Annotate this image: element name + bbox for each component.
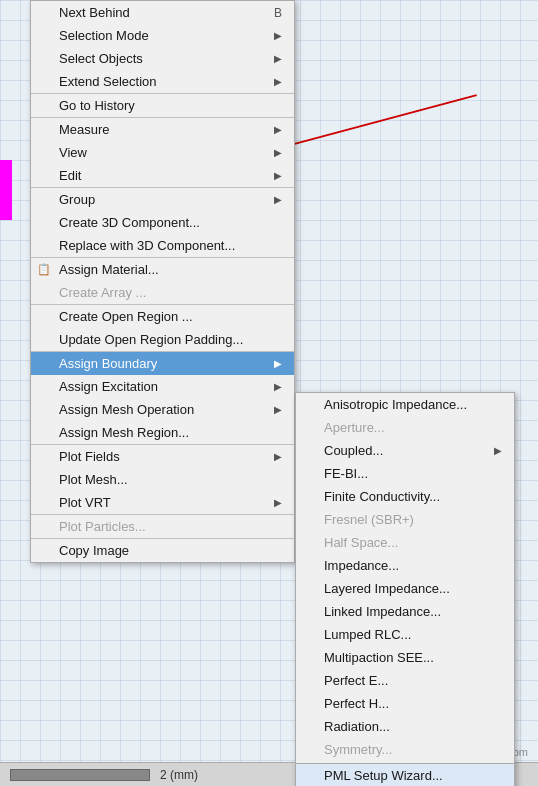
- submenu-item-perfect-e[interactable]: Perfect E...: [296, 669, 514, 692]
- submenu-label-fresnel: Fresnel (SBR+): [324, 512, 414, 527]
- menu-item-assign-excitation[interactable]: Assign Excitation▶: [31, 375, 294, 398]
- menu-item-select-objects[interactable]: Select Objects▶: [31, 47, 294, 70]
- submenu-item-layered-impedance[interactable]: Layered Impedance...: [296, 577, 514, 600]
- arrow-edit: ▶: [274, 170, 282, 181]
- menu-item-plot-particles[interactable]: Plot Particles...: [31, 515, 294, 539]
- submenu-item-finite-conductivity[interactable]: Finite Conductivity...: [296, 485, 514, 508]
- menu-item-plot-mesh[interactable]: Plot Mesh...: [31, 468, 294, 491]
- menu-item-plot-vrt[interactable]: Plot VRT▶: [31, 491, 294, 515]
- menu-label-measure: Measure: [59, 122, 110, 137]
- menu-label-next-behind: Next Behind: [59, 5, 130, 20]
- menu-label-replace-3d: Replace with 3D Component...: [59, 238, 235, 253]
- menu-item-selection-mode[interactable]: Selection Mode▶: [31, 24, 294, 47]
- menu-label-assign-boundary: Assign Boundary: [59, 356, 157, 371]
- menu-label-plot-mesh: Plot Mesh...: [59, 472, 128, 487]
- menu-label-group: Group: [59, 192, 95, 207]
- menu-item-assign-mesh-operation[interactable]: Assign Mesh Operation▶: [31, 398, 294, 421]
- menu-item-create-3d[interactable]: Create 3D Component...: [31, 211, 294, 234]
- submenu-label-symmetry: Symmetry...: [324, 742, 392, 757]
- menu-label-view: View: [59, 145, 87, 160]
- menu-item-group[interactable]: Group▶: [31, 188, 294, 211]
- arrow-assign-excitation: ▶: [274, 381, 282, 392]
- menu-label-assign-mesh-region: Assign Mesh Region...: [59, 425, 189, 440]
- status-bar-text: 2 (mm): [160, 768, 198, 782]
- menu-item-go-to-history[interactable]: Go to History: [31, 94, 294, 118]
- menu-item-assign-boundary[interactable]: Assign Boundary▶: [31, 352, 294, 375]
- magenta-block-decoration: [0, 160, 12, 220]
- menu-label-plot-fields: Plot Fields: [59, 449, 120, 464]
- submenu-item-perfect-h[interactable]: Perfect H...: [296, 692, 514, 715]
- submenu-label-linked-impedance: Linked Impedance...: [324, 604, 441, 619]
- submenu-arrow-coupled: ▶: [494, 445, 502, 456]
- menu-label-assign-excitation: Assign Excitation: [59, 379, 158, 394]
- icon-assign-material: 📋: [37, 263, 51, 276]
- menu-item-copy-image[interactable]: Copy Image: [31, 539, 294, 562]
- secondary-context-menu: Anisotropic Impedance...Aperture...Coupl…: [295, 392, 515, 786]
- menu-item-view[interactable]: View▶: [31, 141, 294, 164]
- arrow-plot-vrt: ▶: [274, 497, 282, 508]
- arrow-select-objects: ▶: [274, 53, 282, 64]
- submenu-label-coupled: Coupled...: [324, 443, 383, 458]
- menu-label-go-to-history: Go to History: [59, 98, 135, 113]
- menu-item-assign-material[interactable]: 📋Assign Material...: [31, 258, 294, 281]
- arrow-group: ▶: [274, 194, 282, 205]
- shortcut-next-behind: B: [274, 6, 282, 20]
- submenu-label-multipaction-see: Multipaction SEE...: [324, 650, 434, 665]
- submenu-item-fresnel[interactable]: Fresnel (SBR+): [296, 508, 514, 531]
- submenu-label-fe-bi: FE-BI...: [324, 466, 368, 481]
- menu-label-assign-mesh-operation: Assign Mesh Operation: [59, 402, 194, 417]
- menu-label-select-objects: Select Objects: [59, 51, 143, 66]
- submenu-label-perfect-h: Perfect H...: [324, 696, 389, 711]
- submenu-label-layered-impedance: Layered Impedance...: [324, 581, 450, 596]
- arrow-selection-mode: ▶: [274, 30, 282, 41]
- submenu-label-radiation: Radiation...: [324, 719, 390, 734]
- menu-label-extend-selection: Extend Selection: [59, 74, 157, 89]
- submenu-label-pml-setup-wizard: PML Setup Wizard...: [324, 768, 443, 783]
- menu-item-plot-fields[interactable]: Plot Fields▶: [31, 445, 294, 468]
- arrow-measure: ▶: [274, 124, 282, 135]
- menu-item-create-open-region[interactable]: Create Open Region ...: [31, 305, 294, 328]
- submenu-item-symmetry[interactable]: Symmetry...: [296, 738, 514, 761]
- menu-item-extend-selection[interactable]: Extend Selection▶: [31, 70, 294, 94]
- arrow-plot-fields: ▶: [274, 451, 282, 462]
- progress-bar: [10, 769, 150, 781]
- menu-label-copy-image: Copy Image: [59, 543, 129, 558]
- menu-item-update-open-region[interactable]: Update Open Region Padding...: [31, 328, 294, 352]
- menu-item-edit[interactable]: Edit▶: [31, 164, 294, 188]
- submenu-item-half-space[interactable]: Half Space...: [296, 531, 514, 554]
- menu-item-assign-mesh-region[interactable]: Assign Mesh Region...: [31, 421, 294, 445]
- menu-label-create-3d: Create 3D Component...: [59, 215, 200, 230]
- submenu-item-linked-impedance[interactable]: Linked Impedance...: [296, 600, 514, 623]
- submenu-item-aperture[interactable]: Aperture...: [296, 416, 514, 439]
- menu-label-create-array: Create Array ...: [59, 285, 146, 300]
- menu-label-selection-mode: Selection Mode: [59, 28, 149, 43]
- submenu-label-aperture: Aperture...: [324, 420, 385, 435]
- menu-label-update-open-region: Update Open Region Padding...: [59, 332, 243, 347]
- submenu-label-anisotropic-impedance: Anisotropic Impedance...: [324, 397, 467, 412]
- submenu-item-radiation[interactable]: Radiation...: [296, 715, 514, 738]
- submenu-item-coupled[interactable]: Coupled...▶: [296, 439, 514, 462]
- submenu-label-perfect-e: Perfect E...: [324, 673, 388, 688]
- submenu-item-anisotropic-impedance[interactable]: Anisotropic Impedance...: [296, 393, 514, 416]
- arrow-assign-mesh-operation: ▶: [274, 404, 282, 415]
- menu-item-measure[interactable]: Measure▶: [31, 118, 294, 141]
- submenu-item-fe-bi[interactable]: FE-BI...: [296, 462, 514, 485]
- arrow-assign-boundary: ▶: [274, 358, 282, 369]
- submenu-item-multipaction-see[interactable]: Multipaction SEE...: [296, 646, 514, 669]
- menu-item-create-array[interactable]: Create Array ...: [31, 281, 294, 305]
- menu-label-create-open-region: Create Open Region ...: [59, 309, 193, 324]
- menu-item-replace-3d[interactable]: Replace with 3D Component...: [31, 234, 294, 258]
- menu-label-plot-particles: Plot Particles...: [59, 519, 146, 534]
- submenu-item-pml-setup-wizard[interactable]: PML Setup Wizard...: [296, 763, 514, 786]
- submenu-item-lumped-rlc[interactable]: Lumped RLC...: [296, 623, 514, 646]
- menu-item-next-behind[interactable]: Next BehindB: [31, 1, 294, 24]
- arrow-view: ▶: [274, 147, 282, 158]
- menu-label-edit: Edit: [59, 168, 81, 183]
- arrow-extend-selection: ▶: [274, 76, 282, 87]
- submenu-label-half-space: Half Space...: [324, 535, 398, 550]
- submenu-label-lumped-rlc: Lumped RLC...: [324, 627, 411, 642]
- submenu-item-impedance[interactable]: Impedance...: [296, 554, 514, 577]
- submenu-label-finite-conductivity: Finite Conductivity...: [324, 489, 440, 504]
- primary-context-menu: Next BehindBSelection Mode▶Select Object…: [30, 0, 295, 563]
- menu-label-assign-material: Assign Material...: [59, 262, 159, 277]
